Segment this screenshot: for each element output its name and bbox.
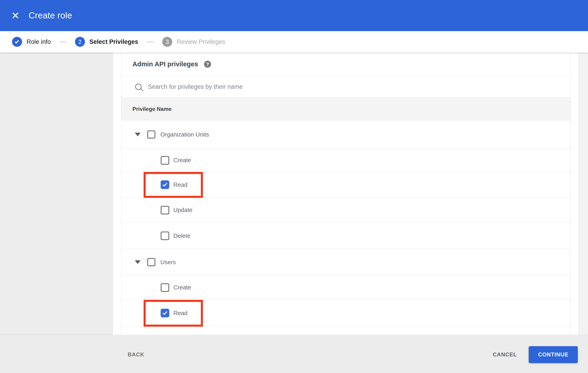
clipped-row (121, 326, 570, 335)
privilege-row-delete: Delete (121, 223, 570, 249)
privilege-label: Update (173, 207, 192, 214)
privilege-row-organization-units: Organization Units (121, 120, 570, 149)
panel-title: Admin API privileges (132, 61, 198, 68)
privilege-label: Create (173, 157, 191, 164)
privilege-row-read: Read (121, 172, 570, 198)
back-button[interactable]: BACK (128, 346, 144, 363)
privilege-row-users-read: Read (121, 300, 570, 326)
scrollbar[interactable] (578, 52, 588, 335)
create-checkbox[interactable] (161, 156, 169, 165)
users-checkbox[interactable] (147, 258, 155, 266)
step2-label: Select Privileges (90, 38, 138, 45)
delete-checkbox[interactable] (161, 231, 169, 240)
privilege-row-users: Users (121, 249, 570, 275)
users-create-checkbox[interactable] (161, 283, 169, 292)
step3-label: Review Privileges (177, 38, 225, 45)
create-role-dialog: ✕ Create role Role info 2 Select Privile… (0, 0, 588, 373)
users-read-checkbox-checked[interactable] (161, 309, 169, 317)
privilege-label: Organization Units (160, 131, 209, 138)
privilege-label: Delete (173, 232, 190, 239)
search-input[interactable] (148, 83, 489, 90)
step-divider (60, 41, 66, 42)
privilege-label: Create (173, 284, 191, 291)
privilege-row-update: Update (121, 198, 570, 223)
dialog-header: ✕ Create role (0, 0, 588, 31)
organization-units-checkbox[interactable] (147, 130, 155, 139)
privileges-panel: Admin API privileges ? Privilege Name Or… (121, 52, 570, 335)
update-checkbox[interactable] (161, 206, 169, 214)
footer-bar: BACK CANCEL CONTINUE (0, 335, 588, 373)
step-review-privileges[interactable]: 3 Review Privileges (162, 37, 225, 47)
step3-indicator: 3 (162, 37, 172, 47)
search-icon (135, 83, 142, 90)
collapse-arrow-icon[interactable] (135, 133, 141, 136)
step-select-privileges[interactable]: 2 Select Privileges (75, 37, 138, 47)
column-header-privilege-name: Privilege Name (121, 98, 570, 120)
step1-label: Role info (27, 38, 51, 45)
collapse-arrow-icon[interactable] (135, 260, 141, 264)
panel-title-row: Admin API privileges ? (121, 52, 570, 76)
continue-button[interactable]: CONTINUE (529, 346, 578, 363)
search-row (121, 76, 570, 98)
help-icon[interactable]: ? (204, 61, 211, 68)
stepper: Role info 2 Select Privileges 3 Review P… (0, 31, 588, 52)
dialog-title: Create role (29, 11, 72, 21)
step-role-info[interactable]: Role info (12, 37, 51, 47)
privilege-label: Read (173, 310, 188, 317)
privilege-label: Read (173, 181, 188, 188)
close-icon[interactable]: ✕ (10, 11, 21, 21)
step2-indicator: 2 (75, 37, 85, 47)
privilege-label: Users (160, 259, 176, 266)
privilege-row-users-create: Create (121, 275, 570, 300)
step-divider (147, 41, 154, 42)
left-background (0, 52, 113, 335)
read-checkbox-checked[interactable] (161, 180, 169, 189)
privilege-row-create: Create (121, 149, 570, 172)
cancel-button[interactable]: CANCEL (493, 346, 517, 363)
step1-completed-icon (12, 37, 22, 47)
